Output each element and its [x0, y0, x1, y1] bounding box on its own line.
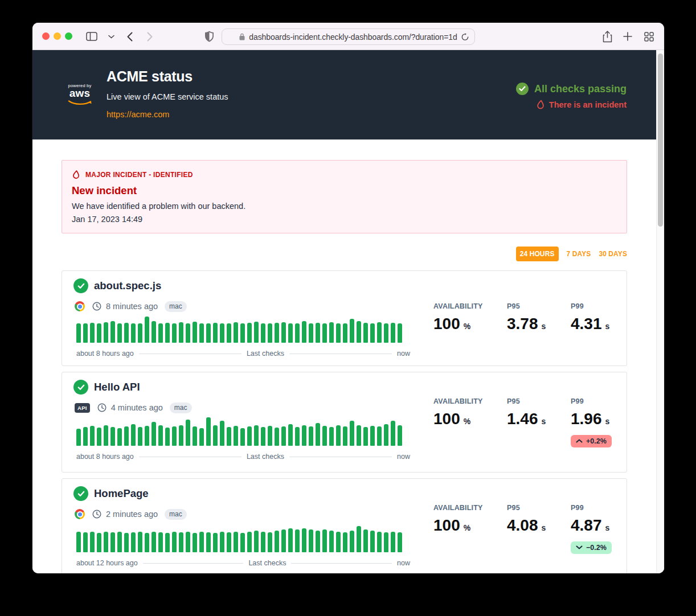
uptime-bar [275, 323, 279, 343]
uptime-bar [76, 532, 81, 552]
sidebar-toggle-icon[interactable] [85, 23, 99, 50]
p95-label: P95 [507, 302, 571, 311]
p99-value: 1.96 [571, 410, 602, 428]
page-scrollbar[interactable] [656, 50, 664, 573]
minimize-window-button[interactable] [54, 32, 61, 40]
uptime-bar [363, 323, 368, 343]
forward-button[interactable] [145, 23, 154, 50]
uptime-bar [261, 532, 265, 552]
uptime-bar [131, 532, 136, 552]
uptime-bar [343, 532, 347, 552]
tab-overview-icon[interactable] [643, 23, 654, 50]
uptime-bar [186, 323, 190, 343]
new-tab-icon[interactable] [623, 23, 633, 50]
uptime-bar [295, 427, 300, 446]
uptime-bar [117, 532, 122, 552]
axis-line [289, 354, 392, 354]
uptime-bar [227, 427, 231, 446]
availability-label: AVAILABILITY [433, 397, 507, 406]
uptime-bar [90, 426, 95, 446]
back-button[interactable] [125, 23, 134, 50]
check-name: about.spec.js [94, 280, 161, 292]
uptime-bar [240, 428, 245, 446]
p99-value: 4.31 [571, 315, 602, 333]
uptime-bar [97, 428, 101, 446]
uptime-bar [281, 322, 286, 343]
all-passing-check-icon [516, 83, 529, 95]
close-window-button[interactable] [42, 32, 50, 40]
uptime-bar [254, 531, 259, 552]
zoom-window-button[interactable] [65, 32, 72, 40]
axis-left-label: about 8 hours ago [76, 350, 134, 358]
location-badge: mac [165, 301, 187, 312]
uptime-bar [158, 323, 163, 343]
axis-left-label: about 12 hours ago [76, 559, 138, 567]
availability-value: 100 [433, 410, 460, 428]
uptime-bar [83, 427, 88, 446]
dashboard-header: powered by aws ACME status Live view of … [32, 50, 656, 139]
incident-banner: MAJOR INCIDENT - IDENTIFIED New incident… [62, 160, 627, 233]
uptime-bar [158, 532, 163, 552]
uptime-bar [152, 532, 156, 552]
privacy-shield-icon[interactable] [203, 23, 215, 50]
scrollbar-thumb[interactable] [658, 54, 663, 227]
uptime-bar [76, 429, 81, 446]
uptime-bar [172, 532, 177, 552]
uptime-bar [363, 529, 368, 552]
axis-center-label: Last checks [248, 559, 286, 567]
uptime-bar [165, 533, 170, 552]
availability-value: 100 [433, 516, 460, 535]
acme-link[interactable]: https://acme.com [107, 110, 169, 119]
p99-value: 4.87 [571, 516, 602, 535]
uptime-bar [398, 425, 402, 446]
trend-chip: −0.2% [571, 541, 612, 554]
last-run-time: 8 minutes ago [106, 302, 158, 311]
tab-7-days[interactable]: 7 DAYS [567, 250, 591, 258]
chrome-browser-icon [75, 301, 85, 311]
uptime-bar [329, 427, 334, 446]
api-type-badge: API [75, 403, 90, 413]
uptime-bar [322, 529, 327, 552]
uptime-bar [377, 426, 382, 446]
chart-axis: about 8 hours ago Last checks now [76, 350, 410, 358]
uptime-bar [83, 323, 88, 343]
uptime-bar [110, 427, 115, 446]
uptime-bar [240, 533, 245, 552]
uptime-bar [220, 323, 224, 343]
uptime-bar [124, 533, 129, 552]
uptime-bar [172, 323, 177, 343]
uptime-bar [247, 532, 252, 552]
p99-label: P99 [571, 302, 616, 311]
check-card: Hello API API 4 minutes ago mac about 8 … [62, 372, 627, 473]
uptime-bar [254, 322, 259, 343]
uptime-bar [268, 426, 272, 446]
uptime-bar [288, 528, 293, 552]
tab-24-hours[interactable]: 24 HOURS [516, 247, 559, 261]
tab-30-days[interactable]: 30 DAYS [599, 250, 627, 258]
reload-icon[interactable] [461, 32, 469, 43]
uptime-bar [309, 323, 313, 343]
chart-axis: about 8 hours ago Last checks now [76, 453, 410, 461]
check-passing-icon [73, 278, 88, 293]
axis-right-label: now [397, 453, 410, 461]
uptime-bar [124, 323, 129, 343]
axis-center-label: Last checks [247, 453, 284, 461]
uptime-bar [172, 426, 177, 446]
uptime-bar [220, 421, 224, 446]
uptime-bar [343, 426, 347, 446]
address-bar[interactable]: dashboards-incident.checkly-dashboards.c… [222, 28, 475, 45]
check-stats: AVAILABILITY 100% P95 3.78s P99 4.31s [433, 271, 616, 366]
page-subtitle: Live view of ACME service status [107, 92, 228, 101]
uptime-bar [158, 425, 163, 446]
aws-swoosh [67, 100, 92, 106]
uptime-bar [398, 323, 402, 343]
share-icon[interactable] [602, 23, 612, 50]
uptime-bar [199, 428, 204, 446]
uptime-bar [145, 426, 149, 446]
uptime-bar [97, 533, 101, 552]
axis-right-label: now [397, 559, 410, 567]
check-cards: about.spec.js 8 minutes ago mac about 8 … [62, 270, 627, 573]
uptime-bar [227, 323, 231, 343]
sidebar-chevron-down-icon[interactable] [107, 23, 115, 50]
uptime-bar [316, 531, 320, 552]
